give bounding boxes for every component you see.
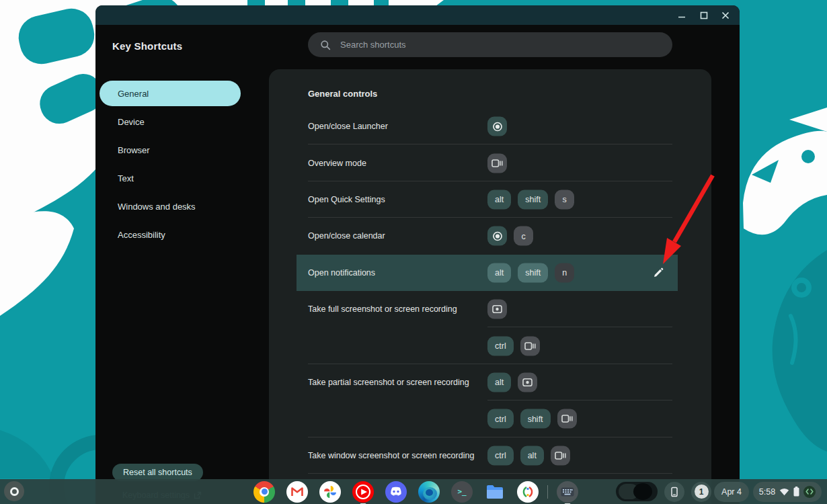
key-shift: shift — [520, 409, 551, 429]
sidebar-item-accessibility[interactable]: Accessibility — [100, 222, 241, 247]
key-alt: alt — [487, 372, 511, 392]
key-combo: altshifts — [487, 190, 574, 209]
shelf-separator — [547, 485, 548, 499]
overview-key — [551, 446, 570, 465]
overview-key-icon — [561, 415, 573, 423]
battery-icon — [793, 487, 799, 497]
key-combo: alt — [487, 372, 537, 392]
gmail-app-icon[interactable] — [286, 481, 308, 503]
overview-key — [520, 336, 540, 355]
sidebar-item-browser[interactable]: Browser — [100, 137, 241, 163]
terminal-app-icon[interactable]: >_ — [451, 481, 473, 503]
key-combo: ctrlalt — [487, 446, 570, 465]
sidebar: GeneralDeviceBrowserTextWindows and desk… — [100, 81, 241, 250]
shortcut-label: Open Quick Settings — [308, 195, 385, 204]
launcher-key-icon — [492, 121, 503, 132]
close-button[interactable] — [720, 10, 731, 21]
sidebar-item-label: Windows and desks — [118, 202, 196, 212]
launcher-key — [487, 117, 507, 136]
screenshot-key-icon — [522, 378, 533, 386]
status-tray[interactable]: 5:58 — [753, 482, 822, 502]
shortcut-row[interactable]: Take full screenshot or screen recording — [269, 291, 711, 327]
developer-mode-icon — [803, 486, 816, 498]
shortcut-row[interactable]: Open Quick Settingsaltshifts — [269, 181, 711, 218]
shortcut-label: Take partial screenshot or screen record… — [308, 378, 469, 387]
launcher-button[interactable] — [4, 481, 24, 501]
search-icon — [320, 40, 331, 50]
screencast-app-icon[interactable] — [517, 481, 539, 503]
phone-hub-button[interactable] — [664, 482, 684, 502]
sidebar-item-label: Device — [118, 117, 145, 127]
pencil-icon — [654, 267, 664, 278]
overview-key — [557, 409, 577, 429]
minimize-icon — [678, 11, 686, 19]
overview-key-icon — [491, 159, 503, 167]
date-label: Apr 4 — [721, 487, 742, 497]
shortcut-row[interactable]: Overview mode — [269, 144, 711, 181]
key-shift: shift — [518, 190, 548, 209]
key-shift: shift — [518, 263, 548, 282]
shelf-apps: >_ — [253, 481, 578, 503]
search-input[interactable] — [340, 40, 636, 50]
maximize-icon — [700, 11, 708, 19]
shortcut-label: Open/close Launcher — [308, 122, 388, 131]
edge-app-icon[interactable] — [418, 481, 440, 503]
sidebar-item-label: General — [118, 89, 149, 99]
shortcut-row[interactable]: Open notificationsaltshiftn — [269, 255, 711, 291]
key-combo: c — [487, 226, 533, 246]
shortcut-label: Open/close calendar — [308, 231, 385, 241]
sidebar-item-device[interactable]: Device — [100, 109, 241, 134]
shortcut-label: Take full screenshot or screen recording — [308, 304, 457, 314]
shortcut-row[interactable]: Take window screenshot or screen recordi… — [269, 437, 711, 474]
shortcut-row[interactable]: ctrlshift — [269, 401, 711, 437]
launcher-key — [487, 226, 507, 246]
wifi-icon — [779, 488, 789, 496]
shortcut-label: Overview mode — [308, 159, 366, 168]
shortcuts-panel: General controls Open/close LauncherOver… — [269, 69, 711, 504]
chrome-app-icon[interactable] — [253, 481, 275, 503]
launcher-icon — [10, 487, 19, 496]
youtube-music-app-icon[interactable] — [352, 481, 374, 503]
overview-key-icon — [555, 451, 566, 460]
shelf: >_ 1 Apr 4 5:58 — [0, 479, 827, 504]
shortcut-row[interactable]: Open/close calendarc — [269, 218, 711, 254]
phone-hub-icon — [669, 487, 680, 497]
shortcut-row[interactable]: Open/close Launcher — [269, 108, 711, 144]
key-n: n — [555, 263, 574, 282]
shortcut-row[interactable]: Take partial screenshot or screen record… — [269, 364, 711, 401]
sidebar-item-windows-and-desks[interactable]: Windows and desks — [100, 194, 241, 219]
date-button[interactable]: Apr 4 — [714, 482, 749, 502]
key-combo: altshiftn — [487, 263, 574, 282]
desktop: Key Shortcuts GeneralDeviceBrowserTextWi… — [0, 0, 827, 504]
notification-counter-button[interactable]: 1 — [691, 482, 711, 502]
tote-preview[interactable] — [616, 482, 658, 501]
sidebar-item-text[interactable]: Text — [100, 165, 241, 191]
sidebar-item-label: Accessibility — [118, 230, 165, 240]
maximize-button[interactable] — [699, 10, 709, 21]
section-title: General controls — [308, 89, 377, 99]
key-alt: alt — [487, 190, 511, 209]
sidebar-item-general[interactable]: General — [100, 81, 241, 106]
files-app-icon[interactable] — [484, 481, 506, 503]
key-alt: alt — [520, 446, 544, 465]
screenshot-key — [518, 372, 537, 392]
shortcut-rows: Open/close LauncherOverview modeOpen Qui… — [269, 108, 711, 474]
row-divider — [308, 473, 672, 474]
key-ctrl: ctrl — [487, 409, 514, 429]
photos-app-icon[interactable] — [319, 481, 341, 503]
key-shortcuts-app-icon[interactable] — [557, 481, 578, 503]
search-bar[interactable] — [308, 32, 672, 57]
page-title: Key Shortcuts — [112, 40, 182, 52]
key-combo — [487, 117, 507, 136]
key-alt: alt — [487, 263, 511, 282]
key-combo — [487, 300, 507, 319]
discord-app-icon[interactable] — [385, 481, 407, 503]
overview-key-icon — [524, 341, 536, 350]
window-titlebar — [95, 5, 740, 25]
key-combo — [487, 153, 507, 173]
shortcut-label: Take window screenshot or screen recordi… — [308, 451, 474, 460]
shortcut-row[interactable]: ctrl — [269, 327, 711, 364]
edit-shortcut-button[interactable] — [650, 265, 666, 281]
minimize-button[interactable] — [676, 10, 687, 21]
screenshot-key — [487, 300, 507, 319]
